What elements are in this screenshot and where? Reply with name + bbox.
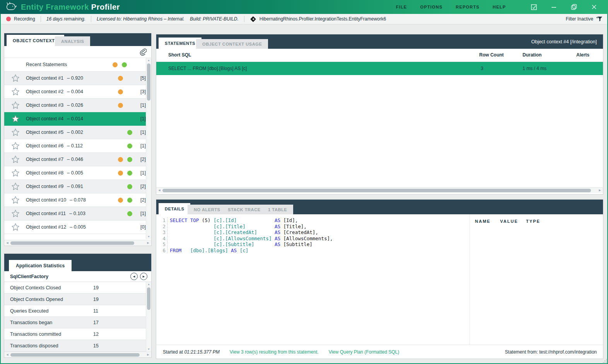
context-metric: – 0.091 (67, 184, 83, 189)
view-query-plan-link[interactable]: View Query Plan (Formatted SQL) (329, 349, 400, 355)
statements-horizontal-scrollbar[interactable]: ◀ ▶ (156, 187, 603, 193)
statement-row-selected[interactable]: SELECT ... FROM [dbo].[Blogs] AS [c] 3 1… (156, 62, 603, 75)
application-statistics-panel: Application Statistics SqlClientFactory … (4, 253, 152, 358)
star-icon[interactable] (11, 142, 20, 150)
list-item-context-7[interactable]: Object context #7 – 0.046 [2] (4, 153, 151, 166)
star-icon[interactable] (11, 223, 20, 231)
next-provider-button[interactable]: ▶ (140, 273, 147, 280)
menu-file[interactable]: FILE (396, 5, 407, 9)
licensed-to: Licensed to: Hibernating Rhinos – Intern… (97, 16, 184, 22)
context-metric: – 0.005 (67, 170, 83, 176)
tab-stack-trace[interactable]: STACK TRACE (222, 205, 267, 214)
feedback-icon[interactable] (524, 0, 544, 14)
object-contexts-header: OBJECT CONTEXTS ANALYSIS (4, 33, 151, 46)
toolbar-separator (91, 16, 91, 22)
tab-no-alerts[interactable]: NO ALERTS (188, 205, 227, 214)
paperclip-icon[interactable] (140, 48, 147, 56)
column-short-sql[interactable]: Short SQL (168, 52, 191, 58)
column-duration[interactable]: Duration (523, 52, 541, 58)
stat-value: 11 (93, 308, 116, 314)
tab-statements[interactable]: STATEMENTS (159, 38, 202, 49)
stats-horizontal-scrollbar[interactable]: ◀ ▶ (4, 352, 151, 357)
app-title-profiler: Profiler (91, 3, 120, 11)
column-alerts[interactable]: Alerts (576, 52, 589, 58)
stat-value: 19 (93, 297, 116, 302)
star-icon-filled[interactable] (11, 114, 20, 123)
column-row-count[interactable]: Row Count (479, 52, 504, 58)
minimize-icon[interactable] (544, 0, 564, 14)
stats-vertical-scrollbar[interactable]: ▲ ▼ (146, 282, 151, 352)
alert-dot-orange (118, 89, 123, 94)
tab-application-statistics[interactable]: Application Statistics (9, 260, 72, 271)
context-name: Object context #6 (26, 143, 63, 149)
tab-analysis[interactable]: ANALYSIS (55, 36, 90, 46)
provider-pager: ◀ ▶ (130, 273, 147, 280)
view-rows-link[interactable]: View 3 row(s) resulting from this statem… (230, 349, 319, 355)
filter-funnel-icon (596, 16, 603, 22)
object-contexts-list: Recent Statements Object context #1 – 0.… (4, 58, 151, 239)
prev-provider-button[interactable]: ◀ (130, 273, 138, 280)
sql-code: 1SELECT TOP (5) [c].[Id] AS [Id],2 [c].[… (159, 217, 333, 253)
star-icon[interactable] (11, 182, 20, 191)
status-toolbar: Recording 16 days remaining. Licensed to… (0, 14, 608, 24)
alert-dot-orange (118, 76, 123, 81)
statement-count: [2] (134, 157, 146, 162)
list-item-context-8[interactable]: Object context #8 – 0.005 [1] (4, 166, 151, 180)
star-icon[interactable] (11, 155, 20, 164)
menu-options[interactable]: OPTIONS (420, 5, 442, 9)
list-item-context-10[interactable]: Object context #10 – 0.078 [2] (4, 193, 151, 207)
star-icon[interactable] (11, 196, 20, 204)
statement-count: [1] (134, 130, 146, 135)
statement-count: [2] (134, 184, 146, 189)
context-name: Object context #2 (26, 89, 63, 94)
star-icon[interactable] (11, 169, 20, 177)
list-item-context-5[interactable]: Object context #5 – 0.002 [1] (4, 126, 151, 139)
restore-icon[interactable] (564, 0, 584, 14)
statement-duration: 1 ms / 4 ms (523, 66, 547, 71)
menu-reports[interactable]: REPORTS (456, 5, 480, 9)
menu-help[interactable]: HELP (493, 5, 506, 9)
star-icon[interactable] (11, 128, 20, 137)
ok-dot-green (127, 157, 132, 162)
list-item-context-2[interactable]: Object context #2 – 0.004 [3] (4, 85, 151, 99)
sql-code-line: 6FROM [dbo].[Blogs] AS [c] (159, 248, 333, 254)
app-title: Entity FrameworkProfiler (21, 3, 120, 12)
contexts-horizontal-scrollbar[interactable]: ◀ ▶ (4, 240, 151, 246)
list-item-context-11[interactable]: Object context #11 – 0.103 [1] (4, 207, 151, 220)
filter-inactive-control[interactable]: Filter Inactive (566, 16, 603, 22)
close-icon[interactable] (584, 0, 604, 14)
stat-label: Transactions disposed (10, 343, 93, 349)
recording-dot-icon (6, 17, 11, 21)
tab-1-table[interactable]: 1 TABLE (262, 205, 293, 214)
stat-label: Object Contexts Opened (10, 297, 93, 302)
list-item-context-3[interactable]: Object context #3 – 0.026 [1] (4, 99, 151, 112)
list-item-recent-statements[interactable]: Recent Statements (4, 58, 151, 72)
tab-details[interactable]: DETAILS (159, 203, 190, 214)
list-item-context-9[interactable]: Object context #9 – 0.091 [2] (4, 180, 151, 193)
context-metric: – 0.026 (67, 103, 83, 108)
statement-count: [1] (134, 211, 146, 216)
contexts-vertical-scrollbar[interactable]: ▲ ▼ (146, 58, 151, 239)
list-item-context-12[interactable]: Object context #12 – 0.005 [0] (4, 220, 151, 234)
list-item-context-6[interactable]: Object context #6 – 0.112 [1] (4, 139, 151, 153)
star-icon[interactable] (11, 74, 20, 82)
context-name: Object context #5 (26, 130, 63, 135)
context-name: Object context #12 (26, 224, 66, 230)
stat-row: Transactions disposed15 (4, 340, 151, 352)
provider-row: SqlClientFactory ◀ ▶ (4, 271, 151, 282)
star-icon[interactable] (11, 87, 20, 96)
tab-object-context-usage[interactable]: OBJECT CONTEXT USAGE (196, 39, 268, 49)
object-contexts-panel: OBJECT CONTEXTS ANALYSIS Recent Statemen… (4, 33, 152, 246)
star-icon[interactable] (11, 101, 20, 109)
list-item-context-1[interactable]: Object context #1 – 0.920 [5] (4, 72, 151, 85)
star-icon[interactable] (11, 209, 20, 218)
days-remaining: 16 days remaining. (46, 16, 85, 22)
context-name: Object context #4 (26, 116, 63, 121)
statement-count: [1] (134, 143, 146, 149)
statement-count: [0] (134, 224, 146, 230)
application-statistics-header: Application Statistics (4, 254, 151, 271)
recording-label[interactable]: Recording (14, 16, 35, 22)
resize-grip[interactable] (602, 358, 607, 363)
list-item-context-4-selected[interactable]: Object context #4 – 0.014 [1] (4, 112, 151, 126)
context-name: Object context #9 (26, 184, 63, 189)
